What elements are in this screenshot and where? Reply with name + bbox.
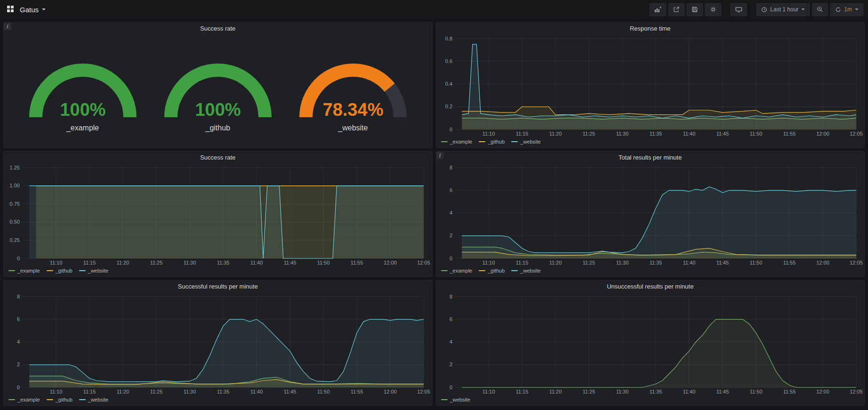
gauge-_website[interactable]: 78.34%_website [289,48,417,132]
panel-title[interactable]: Success rate [4,152,432,164]
svg-text:12:00: 12:00 [384,389,397,394]
legend-item-_example[interactable]: _example [8,268,40,273]
gauge-label: _website [338,124,368,132]
legend-item-_github[interactable]: _github [47,268,72,273]
svg-text:11:40: 11:40 [250,389,263,394]
svg-text:2: 2 [17,362,20,367]
legend-label: _github [488,268,505,273]
svg-text:11:35: 11:35 [649,389,662,394]
legend-item-_github[interactable]: _github [479,139,505,145]
series-color-swatch [8,399,15,400]
save-dashboard-button[interactable] [687,3,703,16]
panel-title[interactable]: Response time [436,23,865,35]
dashboard-title-button[interactable]: Gatus [20,6,46,14]
panel-title[interactable]: Successful results per minute [4,281,432,293]
svg-text:11:15: 11:15 [515,131,528,137]
series-color-swatch [79,270,86,271]
svg-text:11:45: 11:45 [716,260,729,265]
legend-label: _example [17,397,40,402]
add-panel-button[interactable] [650,3,666,16]
svg-text:11:55: 11:55 [351,260,363,265]
chart-legend: _example_github_website [436,138,865,147]
legend-item-_example[interactable]: _example [8,397,40,402]
svg-text:11:40: 11:40 [683,260,695,265]
svg-text:0.2: 0.2 [445,104,452,109]
gauge-value: 100% [60,100,105,120]
series-color-swatch [47,270,53,271]
legend-label: _github [56,268,72,273]
share-icon [673,6,680,13]
chart-unsuccessful-results[interactable]: 0246811:1011:1511:2011:2511:3011:3511:40… [436,293,865,396]
legend-item-_github[interactable]: _github [479,268,505,273]
grafana-menu-button[interactable] [5,3,16,16]
svg-text:12:00: 12:00 [816,131,829,137]
dashboard-settings-button[interactable] [705,3,721,16]
panel-response-time: Response time 00.20.40.60.811:1011:1511:… [436,22,865,148]
gear-icon [710,6,716,13]
chart-response-time[interactable]: 00.20.40.60.811:1011:1511:2011:2511:3011… [436,35,865,138]
svg-text:11:25: 11:25 [582,131,595,137]
caret-down-icon [42,8,46,10]
panel-title[interactable]: Total results per minute [436,152,865,164]
svg-text:11:30: 11:30 [616,131,628,137]
gauge-row: 100%_example100%_github78.34%_website [4,35,432,147]
gauge-label: _github [205,124,230,132]
svg-text:11:40: 11:40 [683,389,695,394]
svg-text:12:05: 12:05 [850,260,863,265]
legend-label: _github [56,397,72,402]
panel-title[interactable]: Unsuccessful results per minute [436,281,865,293]
zoom-out-button[interactable] [812,3,828,16]
series-color-swatch [479,141,485,142]
time-range-label: Last 1 hour [770,6,798,13]
series-color-swatch [441,141,448,142]
legend-item-_website[interactable]: _website [511,139,540,145]
navbar: Gatus [0,0,868,19]
svg-text:11:35: 11:35 [649,260,662,265]
svg-text:0.8: 0.8 [445,36,452,41]
svg-text:8: 8 [449,294,452,299]
legend-item-_website[interactable]: _website [511,268,540,273]
apps-grid-icon [7,5,14,14]
svg-text:0.6: 0.6 [445,58,452,64]
svg-text:11:50: 11:50 [749,131,762,137]
navbar-actions: Last 1 hour 1m [647,3,863,16]
svg-text:0: 0 [449,256,452,261]
legend-item-_github[interactable]: _github [47,397,72,402]
panel-unsuccessful-results: Unsuccessful results per minute 0246811:… [436,280,865,406]
svg-text:11:55: 11:55 [351,389,363,394]
panel-info-icon[interactable]: i [436,152,444,159]
panel-info-icon[interactable]: i [4,23,11,30]
svg-text:0: 0 [449,385,452,390]
svg-text:11:30: 11:30 [184,260,196,265]
legend-item-_example[interactable]: _example [441,268,473,273]
legend-item-_website[interactable]: _website [79,268,108,273]
legend-label: _website [88,268,108,273]
chart-successful-results[interactable]: 0246811:1011:1511:2011:2511:3011:3511:40… [4,293,432,396]
gauge-_github[interactable]: 100%_github [154,48,281,132]
chart-legend: _website [436,396,865,405]
legend-item-_example[interactable]: _example [441,139,473,145]
legend-item-_website[interactable]: _website [441,397,470,402]
svg-text:11:55: 11:55 [783,260,796,265]
chart-total-results[interactable]: 0246811:1011:1511:2011:2511:3011:3511:40… [436,164,865,267]
svg-text:11:30: 11:30 [616,260,628,265]
caret-down-icon [855,8,859,10]
tv-mode-button[interactable] [731,3,747,16]
refresh-button[interactable]: 1m [830,3,863,16]
gauge-_example[interactable]: 100%_example [19,48,146,132]
panel-title[interactable]: Success rate [4,23,432,35]
share-dashboard-button[interactable] [668,3,684,16]
refresh-icon [835,7,841,13]
add-panel-icon [654,6,661,13]
chart-success-rate[interactable]: 00.250.500.751.001.2511:1011:1511:2011:2… [4,164,432,267]
svg-text:11:40: 11:40 [250,260,263,265]
clock-icon [761,7,767,13]
svg-text:11:20: 11:20 [549,389,562,394]
svg-text:11:10: 11:10 [50,260,63,265]
svg-text:0.75: 0.75 [10,201,20,207]
svg-text:11:55: 11:55 [783,389,796,394]
legend-item-_website[interactable]: _website [79,397,108,402]
time-range-button[interactable]: Last 1 hour [756,3,810,16]
svg-text:0: 0 [17,256,20,261]
legend-label: _example [17,268,40,273]
